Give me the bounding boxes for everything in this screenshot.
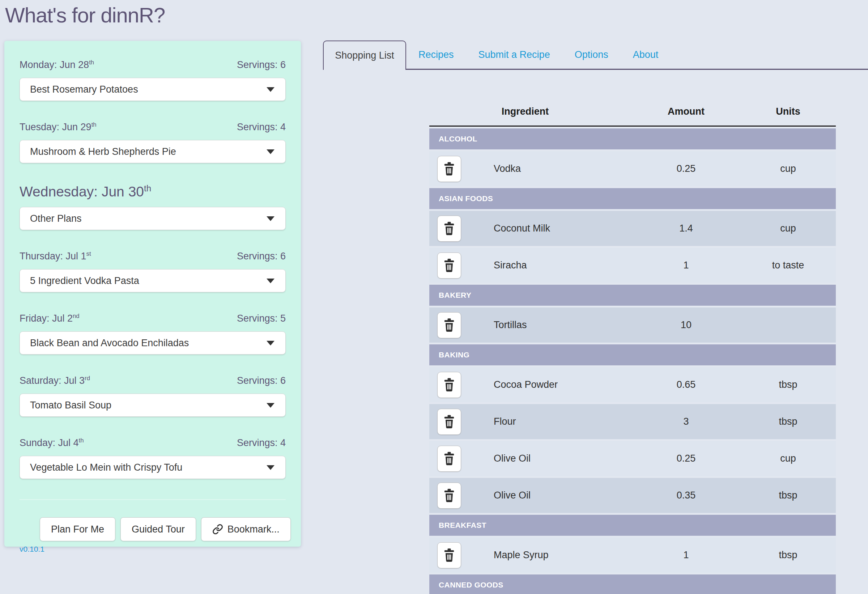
row-actions <box>429 542 473 568</box>
tab-recipes[interactable]: Recipes <box>406 49 466 61</box>
delete-item-button[interactable] <box>437 446 461 472</box>
day-label: Tuesday: Jun 29th <box>19 121 97 133</box>
tab-about[interactable]: About <box>621 49 671 61</box>
table-row: Siracha 1 to taste <box>429 248 836 283</box>
meal-select-value: Other Plans <box>30 213 82 224</box>
meal-select[interactable]: Best Rosemary Potatoes <box>19 78 286 101</box>
divider <box>19 499 286 500</box>
day-header: Sunday: Jul 4th Servings: 4 <box>19 437 286 449</box>
tab-bar: Shopping ListRecipesSubmit a RecipeOptio… <box>323 40 868 70</box>
table-header-row: Ingredient Amount Units <box>429 98 836 127</box>
trash-icon <box>443 548 456 563</box>
table-row: Maple Syrup 1 tbsp <box>429 538 836 573</box>
day-header: Tuesday: Jun 29th Servings: 4 <box>19 121 286 133</box>
column-header-amount: Amount <box>632 106 740 117</box>
table-body: ALCOHOL Vodka 0.25 cup ASIAN <box>429 129 836 594</box>
meal-select-value: Mushroom & Herb Shepherds Pie <box>30 146 176 157</box>
ingredient-cell: Tortillas <box>473 319 632 331</box>
servings-label: Servings: 4 <box>237 437 286 449</box>
bookmark-button-label: Bookmark... <box>227 524 280 535</box>
amount-cell: 0.25 <box>632 163 740 174</box>
ingredient-cell: Maple Syrup <box>473 550 632 561</box>
meal-select[interactable]: Tomato Basil Soup <box>19 394 286 417</box>
servings-label: Servings: 5 <box>237 313 286 324</box>
table-row: Flour 3 tbsp <box>429 404 836 439</box>
trash-icon <box>443 258 456 273</box>
meal-select[interactable]: Other Plans <box>19 207 286 230</box>
meal-select-value: 5 Ingredient Vodka Pasta <box>30 275 139 287</box>
delete-item-button[interactable] <box>437 483 461 508</box>
meal-select[interactable]: Mushroom & Herb Shepherds Pie <box>19 140 286 163</box>
table-row: Olive Oil 0.35 tbsp <box>429 478 836 513</box>
amount-cell: 1.4 <box>632 223 740 234</box>
units-cell: tbsp <box>740 550 836 561</box>
meal-select[interactable]: 5 Ingredient Vodka Pasta <box>19 269 286 292</box>
delete-item-button[interactable] <box>437 372 461 398</box>
row-actions <box>429 312 473 338</box>
ingredient-cell: Cocoa Powder <box>473 379 632 390</box>
planner-actions: Plan For Me Guided Tour Bookmark... <box>40 517 286 541</box>
chevron-down-icon <box>267 216 275 221</box>
meal-select-value: Vegetable Lo Mein with Crispy Tofu <box>30 462 182 473</box>
category-row: ALCOHOL <box>429 129 836 149</box>
category-row: BREAKFAST <box>429 515 836 536</box>
day-plan-group: Sunday: Jul 4th Servings: 4 Vegetable Lo… <box>19 437 286 479</box>
table-row: Tortillas 10 <box>429 307 836 343</box>
ingredient-cell: Coconut Milk <box>473 223 632 234</box>
category-label: ASIAN FOODS <box>439 194 493 203</box>
row-actions <box>429 372 473 398</box>
amount-cell: 1 <box>632 550 740 561</box>
delete-item-button[interactable] <box>437 156 461 182</box>
chevron-down-icon <box>267 403 275 408</box>
trash-icon <box>443 378 456 392</box>
day-header: Thursday: Jul 1st Servings: 6 <box>19 250 286 262</box>
day-label: Thursday: Jul 1st <box>19 250 91 262</box>
chevron-down-icon <box>267 87 275 92</box>
tab-shopping-list[interactable]: Shopping List <box>323 40 406 70</box>
category-row: ASIAN FOODS <box>429 188 836 209</box>
delete-item-button[interactable] <box>437 542 461 568</box>
ingredient-cell: Vodka <box>473 163 632 174</box>
units-cell: tbsp <box>740 379 836 390</box>
units-cell: to taste <box>740 260 836 271</box>
shopping-list-table: Ingredient Amount Units ALCOHOL <box>429 98 836 594</box>
table-row: Coconut Milk 1.4 cup <box>429 211 836 246</box>
meal-planner-panel: Monday: Jun 28th Servings: 6 Best Rosema… <box>4 41 301 547</box>
meal-select-value: Best Rosemary Potatoes <box>30 84 138 95</box>
meal-select[interactable]: Vegetable Lo Mein with Crispy Tofu <box>19 456 286 479</box>
link-icon <box>212 524 223 535</box>
delete-item-button[interactable] <box>437 312 461 338</box>
column-header-units: Units <box>740 106 836 117</box>
chevron-down-icon <box>267 465 275 470</box>
units-cell: tbsp <box>740 416 836 427</box>
row-actions <box>429 409 473 435</box>
category-label: CANNED GOODS <box>439 581 503 589</box>
amount-cell: 0.35 <box>632 490 740 501</box>
delete-item-button[interactable] <box>437 216 461 242</box>
table-row: Vodka 0.25 cup <box>429 151 836 186</box>
day-label: Monday: Jun 28th <box>19 59 94 71</box>
meal-select[interactable]: Black Bean and Avocado Enchiladas <box>19 331 286 355</box>
plan-for-me-button[interactable]: Plan For Me <box>40 517 115 541</box>
tab-submit-a-recipe[interactable]: Submit a Recipe <box>466 49 562 61</box>
amount-cell: 1 <box>632 260 740 271</box>
day-list: Monday: Jun 28th Servings: 6 Best Rosema… <box>19 41 286 479</box>
delete-item-button[interactable] <box>437 253 461 279</box>
amount-cell: 0.65 <box>632 379 740 390</box>
servings-label: Servings: 6 <box>237 59 286 71</box>
delete-item-button[interactable] <box>437 409 461 435</box>
bookmark-button[interactable]: Bookmark... <box>201 517 291 541</box>
row-actions <box>429 156 473 182</box>
day-label: Friday: Jul 2nd <box>19 313 80 324</box>
guided-tour-button[interactable]: Guided Tour <box>120 517 196 541</box>
day-header: Saturday: Jul 3rd Servings: 6 <box>19 375 286 386</box>
day-plan-group: Saturday: Jul 3rd Servings: 6 Tomato Bas… <box>19 375 286 417</box>
amount-cell: 3 <box>632 416 740 427</box>
units-cell: cup <box>740 163 836 174</box>
day-plan-group: Monday: Jun 28th Servings: 6 Best Rosema… <box>19 41 286 101</box>
tab-options[interactable]: Options <box>562 49 621 61</box>
trash-icon <box>443 451 456 466</box>
category-row: BAKERY <box>429 285 836 306</box>
day-label: Sunday: Jul 4th <box>19 437 84 449</box>
category-label: ALCOHOL <box>439 134 477 143</box>
